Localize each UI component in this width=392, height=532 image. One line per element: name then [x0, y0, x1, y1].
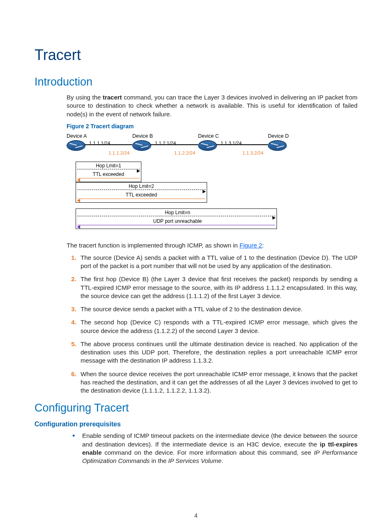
router-icon — [67, 140, 85, 151]
arrow-ttl1 — [77, 178, 140, 178]
router-icon — [198, 140, 217, 151]
intro-bold: tracert — [103, 94, 122, 101]
device-c-label: Device C — [198, 133, 243, 140]
page-number: 4 — [0, 512, 392, 520]
steps-list: The source (Device A) sends a packet wit… — [67, 254, 357, 395]
device-a-label: Device A — [67, 133, 112, 140]
arrow-udp — [77, 225, 275, 225]
figure-caption: Figure 2 Tracert diagram — [67, 123, 357, 130]
b1f: IP Services Volume — [168, 457, 221, 464]
impl-line: The tracert function is implemented thro… — [67, 241, 357, 250]
device-row: Device A Device B Device C Device D — [67, 133, 297, 157]
step-6: When the source device receives the port… — [78, 370, 357, 395]
ip-bc-top: 1.1.2.1/24 — [155, 140, 176, 147]
msg-hop1-block: Hop Lmit=1 TTL exceeded — [67, 162, 297, 182]
ttl2-label: TTL exceeded — [125, 192, 158, 198]
step-3: The source device sends a packet with a … — [78, 305, 357, 313]
hop1-label: Hop Lmit=1 — [95, 162, 122, 169]
impl-after: : — [262, 242, 264, 249]
ip-bc-bot: 1.1.2.2/24 — [174, 150, 195, 157]
step-1: The source (Device A) sends a packet wit… — [78, 254, 357, 271]
ip-cd-bot: 1.1.3.2/24 — [242, 150, 263, 157]
msg-hop2-block: Hop Lmit=2 TTL exceeded — [67, 182, 297, 203]
intro-paragraph: By using the tracert command, you can tr… — [67, 93, 357, 118]
hop2-label: Hop Lmit=2 — [128, 183, 155, 190]
device-d-label: Device D — [268, 133, 313, 140]
prereq-list: Enable sending of ICMP timeout packets o… — [67, 432, 357, 465]
step-5: The above process continues until the ul… — [78, 340, 357, 365]
section-configuring: Configuring Tracert — [35, 400, 357, 415]
ip-cd-top: 1.1.3.1/24 — [221, 140, 242, 147]
hopn-label: Hop Lmit=n — [164, 209, 191, 216]
step-2: The first hop (Device B) (the Layer 3 de… — [78, 275, 357, 300]
page-title: Tracert — [35, 45, 357, 65]
device-b-label: Device B — [132, 133, 178, 140]
udp-label: UDP port unreachable — [152, 218, 203, 224]
prereq-item-1: Enable sending of ICMP timeout packets o… — [78, 432, 357, 465]
config-prereq-heading: Configuration prerequisites — [35, 420, 357, 429]
step-4: The second hop (Device C) responds with … — [78, 318, 357, 335]
b1a: Enable sending of ICMP timeout packets o… — [82, 432, 357, 447]
ip-ab-bot: 1.1.1.2/24 — [108, 150, 129, 157]
b1g: . — [221, 457, 223, 464]
router-icon — [132, 140, 151, 151]
ttl1-label: TTL exceeded — [92, 171, 125, 178]
b1c: command on the device. For more informat… — [102, 449, 314, 456]
arrow-ttl2 — [77, 199, 205, 199]
figure-2-link[interactable]: Figure 2 — [240, 242, 262, 249]
msg-hopn-block: Hop Lmit=n UDP port unreachable — [67, 208, 297, 229]
intro-text-before: By using the — [67, 94, 103, 101]
ip-ab-top: 1.1.1.1/24 — [89, 140, 110, 147]
b1e: in the — [150, 457, 168, 464]
tracert-diagram: Device A Device B Device C Device D — [67, 133, 297, 229]
device-d: Device D — [268, 133, 313, 151]
impl-before: The tracert function is implemented thro… — [67, 242, 240, 249]
router-icon — [268, 140, 287, 151]
section-introduction: Introduction — [35, 74, 357, 89]
